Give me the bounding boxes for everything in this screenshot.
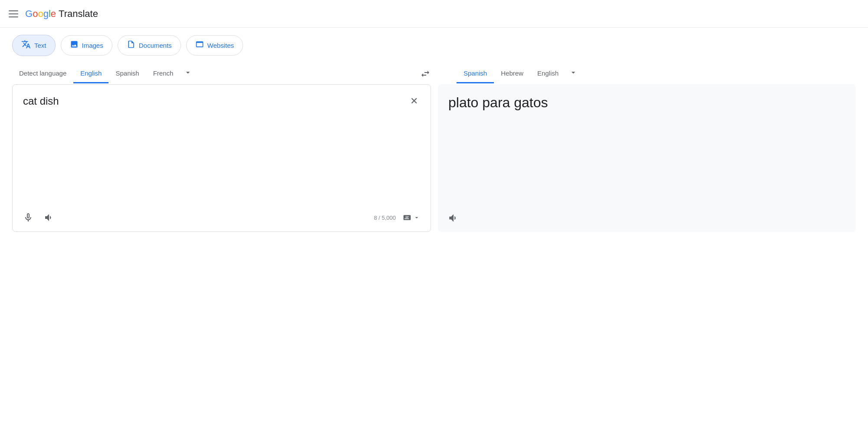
header: Google Translate — [0, 0, 868, 28]
websites-icon — [195, 40, 204, 51]
logo: Google Translate — [25, 8, 98, 20]
google-wordmark: Google — [25, 8, 56, 20]
lang-spanish-target[interactable]: Spanish — [457, 64, 494, 83]
tab-websites-label: Websites — [207, 42, 234, 49]
lang-english-target[interactable]: English — [530, 64, 566, 83]
target-panel: plato para gatos — [438, 84, 856, 232]
tab-documents[interactable]: Documents — [118, 35, 181, 56]
tab-websites[interactable]: Websites — [186, 35, 243, 56]
translation-output: plato para gatos — [438, 84, 856, 204]
keyboard-button[interactable] — [399, 211, 424, 224]
source-text-input[interactable] — [23, 95, 420, 168]
target-language-selector: Spanish Hebrew English — [457, 63, 856, 84]
target-toolbar — [438, 204, 856, 232]
lang-detect[interactable]: Detect language — [12, 64, 73, 83]
target-lang-dropdown[interactable] — [566, 63, 581, 84]
translate-wordmark: Translate — [59, 8, 98, 20]
tab-images[interactable]: Images — [61, 35, 112, 56]
source-panel: ✕ 8 / 5,000 — [12, 84, 431, 232]
lang-hebrew-target[interactable]: Hebrew — [494, 64, 530, 83]
mic-button[interactable] — [20, 209, 37, 226]
translation-panels: ✕ 8 / 5,000 plato para gatos — [0, 84, 868, 232]
images-icon — [70, 40, 79, 51]
source-toolbar: 8 / 5,000 — [13, 204, 431, 231]
menu-button[interactable] — [9, 10, 18, 17]
tab-text[interactable]: Text — [12, 35, 56, 56]
documents-icon — [127, 40, 135, 51]
tab-bar: Text Images Documents Websites — [0, 28, 868, 63]
swap-languages-button[interactable] — [415, 63, 436, 84]
tab-documents-label: Documents — [139, 42, 172, 49]
language-selector-row: Detect language English Spanish French S… — [0, 63, 868, 84]
char-count: 8 / 5,000 — [374, 215, 396, 221]
clear-source-button[interactable]: ✕ — [406, 93, 422, 109]
lang-french-source[interactable]: French — [146, 64, 181, 83]
listen-translation-button[interactable] — [445, 209, 462, 227]
tab-text-label: Text — [34, 42, 46, 49]
text-icon — [21, 40, 31, 51]
source-language-selector: Detect language English Spanish French — [12, 63, 411, 84]
source-lang-dropdown[interactable] — [180, 63, 196, 84]
listen-source-button[interactable] — [40, 209, 58, 226]
source-input-area: ✕ — [13, 85, 431, 204]
lang-english-source[interactable]: English — [73, 64, 108, 83]
tab-images-label: Images — [82, 42, 103, 49]
lang-spanish-source[interactable]: Spanish — [108, 64, 146, 83]
